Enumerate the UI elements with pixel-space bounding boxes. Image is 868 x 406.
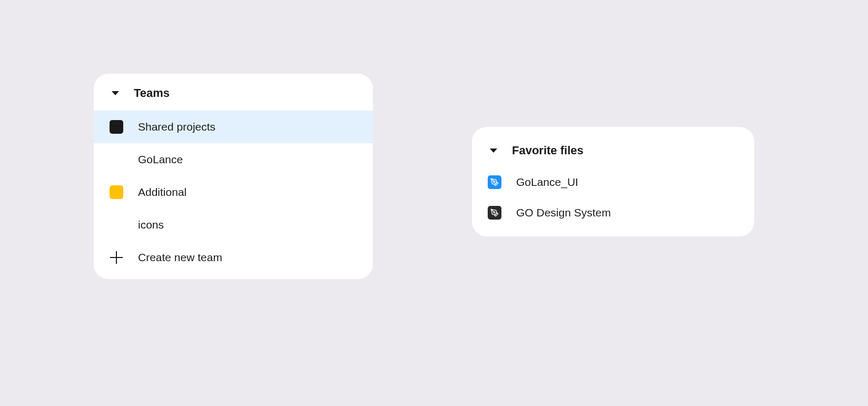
create-team-label: Create new team <box>138 251 222 264</box>
team-color-icon <box>110 120 123 134</box>
svg-point-0 <box>494 181 495 183</box>
plus-icon <box>110 251 123 264</box>
favorite-item-label: GO Design System <box>516 206 611 219</box>
teams-header[interactable]: Teams <box>94 74 373 111</box>
teams-panel: Teams Shared projects GoLance Additional… <box>94 74 373 279</box>
favorites-header[interactable]: Favorite files <box>472 127 754 167</box>
create-team-button[interactable]: Create new team <box>94 241 373 279</box>
team-color-icon <box>110 153 123 166</box>
chevron-down-icon <box>490 148 497 153</box>
svg-point-1 <box>494 212 495 213</box>
team-color-icon <box>110 185 123 199</box>
team-item-shared-projects[interactable]: Shared projects <box>94 111 373 143</box>
pen-tool-icon <box>488 206 501 220</box>
team-item-label: Shared projects <box>138 121 215 133</box>
favorite-item-label: GoLance_UI <box>516 176 578 189</box>
team-item-label: icons <box>138 219 164 231</box>
favorites-title: Favorite files <box>512 144 584 157</box>
favorites-panel: Favorite files GoLance_UI GO Design Syst… <box>472 127 754 236</box>
favorite-item-golance-ui[interactable]: GoLance_UI <box>472 167 754 197</box>
team-item-icons[interactable]: icons <box>94 209 373 241</box>
team-item-label: GoLance <box>138 153 183 166</box>
team-item-additional[interactable]: Additional <box>94 176 373 209</box>
favorite-item-go-design-system[interactable]: GO Design System <box>472 197 754 236</box>
team-item-label: Additional <box>138 186 186 199</box>
chevron-down-icon <box>112 91 119 95</box>
team-item-golance[interactable]: GoLance <box>94 143 373 176</box>
pen-tool-icon <box>488 175 501 189</box>
teams-title: Teams <box>134 86 170 100</box>
team-color-icon <box>110 218 123 232</box>
